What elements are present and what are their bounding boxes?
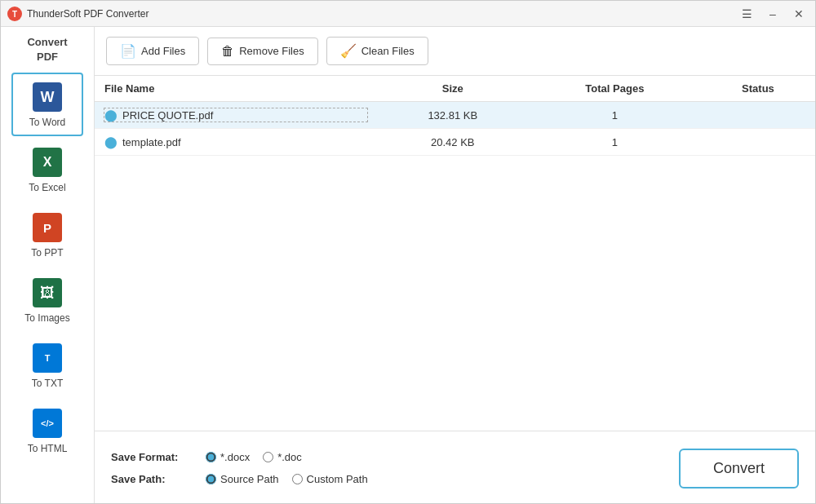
sidebar-item-to-excel-label: To Excel bbox=[29, 182, 65, 193]
sidebar: Convert PDF W To Word X To Excel bbox=[1, 27, 95, 504]
remove-files-label: Remove Files bbox=[239, 45, 304, 57]
minimize-button[interactable]: – bbox=[763, 4, 783, 24]
save-path-row: Save Path: Source Path Custom Path bbox=[111, 473, 368, 485]
add-files-button[interactable]: 📄 Add Files bbox=[106, 37, 199, 65]
save-path-label: Save Path: bbox=[111, 473, 193, 485]
col-header-filename: File Name bbox=[95, 76, 377, 102]
sidebar-item-to-ppt[interactable]: P To PPT bbox=[11, 203, 83, 267]
titlebar: T ThunderSoft PDF Converter ☰ – ✕ bbox=[1, 1, 815, 27]
format-doc-radio[interactable] bbox=[263, 452, 273, 462]
file-size: 132.81 KB bbox=[377, 102, 529, 129]
html-icon: </> bbox=[31, 407, 64, 440]
file-status bbox=[701, 102, 815, 129]
images-icon: 🖼 bbox=[31, 276, 64, 309]
sidebar-item-to-txt[interactable]: T To TXT bbox=[11, 334, 83, 397]
sidebar-item-to-html-label: To HTML bbox=[28, 443, 68, 454]
format-doc-option[interactable]: *.doc bbox=[263, 451, 302, 463]
add-files-label: Add Files bbox=[141, 45, 185, 57]
path-custom-radio[interactable] bbox=[292, 474, 303, 484]
app-logo: T bbox=[7, 7, 22, 21]
format-docx-option[interactable]: *.docx bbox=[206, 451, 250, 463]
bottom-options: Save Format: *.docx *.doc Save Path: bbox=[111, 451, 368, 485]
pdf-file-icon: ⬤ bbox=[104, 108, 118, 122]
toolbar: 📄 Add Files 🗑 Remove Files 🧹 Clean Files bbox=[95, 27, 815, 76]
remove-files-icon: 🗑 bbox=[221, 44, 234, 59]
word-icon: W bbox=[31, 81, 64, 113]
file-pages: 1 bbox=[529, 102, 701, 129]
sidebar-item-to-word-label: To Word bbox=[29, 117, 65, 128]
path-source-option[interactable]: Source Path bbox=[206, 473, 279, 485]
pdf-file-icon: ⬤ bbox=[104, 135, 118, 148]
clean-files-icon: 🧹 bbox=[340, 43, 357, 59]
path-source-radio[interactable] bbox=[206, 474, 216, 484]
save-format-label: Save Format: bbox=[111, 451, 193, 463]
close-button[interactable]: ✕ bbox=[789, 4, 809, 24]
sidebar-item-to-word[interactable]: W To Word bbox=[11, 73, 83, 136]
save-path-options: Source Path Custom Path bbox=[206, 473, 368, 485]
remove-files-button[interactable]: 🗑 Remove Files bbox=[207, 38, 317, 65]
sidebar-item-to-html[interactable]: </> To HTML bbox=[11, 399, 83, 462]
sidebar-item-to-txt-label: To TXT bbox=[32, 378, 63, 389]
sidebar-item-to-images[interactable]: 🖼 To Images bbox=[11, 268, 83, 332]
ppt-icon: P bbox=[31, 211, 64, 244]
file-size: 20.42 KB bbox=[377, 129, 529, 156]
table-row[interactable]: ⬤ template.pdf 20.42 KB1 bbox=[95, 129, 815, 156]
save-format-row: Save Format: *.docx *.doc bbox=[111, 451, 368, 463]
format-doc-label: *.doc bbox=[277, 451, 302, 463]
content-area: 📄 Add Files 🗑 Remove Files 🧹 Clean Files… bbox=[95, 27, 815, 504]
save-format-options: *.docx *.doc bbox=[206, 451, 302, 463]
txt-icon: T bbox=[31, 342, 64, 374]
main-layout: Convert PDF W To Word X To Excel bbox=[1, 27, 815, 504]
app-title: ThunderSoft PDF Converter bbox=[27, 8, 737, 20]
sidebar-item-to-ppt-label: To PPT bbox=[31, 247, 63, 259]
clean-files-button[interactable]: 🧹 Clean Files bbox=[326, 37, 428, 65]
file-name: template.pdf bbox=[122, 136, 181, 148]
path-custom-label: Custom Path bbox=[307, 473, 368, 485]
clean-files-label: Clean Files bbox=[361, 45, 415, 57]
col-header-size: Size bbox=[377, 76, 529, 102]
path-custom-option[interactable]: Custom Path bbox=[292, 473, 368, 485]
menu-button[interactable]: ☰ bbox=[737, 4, 756, 24]
col-header-pages: Total Pages bbox=[529, 76, 701, 102]
file-name: PRICE QUOTE.pdf bbox=[122, 109, 213, 122]
file-status bbox=[701, 129, 815, 156]
file-pages: 1 bbox=[529, 129, 701, 156]
sidebar-item-to-images-label: To Images bbox=[24, 312, 69, 324]
bottom-panel: Save Format: *.docx *.doc Save Path: bbox=[95, 431, 815, 504]
add-files-icon: 📄 bbox=[120, 43, 136, 59]
file-name-cell: ⬤ template.pdf bbox=[95, 129, 377, 156]
format-docx-label: *.docx bbox=[220, 451, 250, 463]
sidebar-item-to-excel[interactable]: X To Excel bbox=[11, 138, 83, 201]
file-name-cell: ⬤ PRICE QUOTE.pdf bbox=[95, 102, 377, 129]
svg-text:T: T bbox=[12, 10, 17, 19]
excel-icon: X bbox=[31, 146, 64, 179]
path-source-label: Source Path bbox=[220, 473, 279, 485]
file-table: File Name Size Total Pages Status ⬤ PRIC… bbox=[95, 76, 815, 156]
window-controls: ☰ – ✕ bbox=[737, 4, 809, 24]
col-header-status: Status bbox=[701, 76, 815, 102]
format-docx-radio[interactable] bbox=[206, 452, 216, 462]
sidebar-header: Convert PDF bbox=[27, 35, 67, 64]
file-table-area: File Name Size Total Pages Status ⬤ PRIC… bbox=[95, 76, 815, 431]
convert-button[interactable]: Convert bbox=[679, 449, 799, 489]
table-row[interactable]: ⬤ PRICE QUOTE.pdf 132.81 KB1 bbox=[95, 102, 815, 129]
